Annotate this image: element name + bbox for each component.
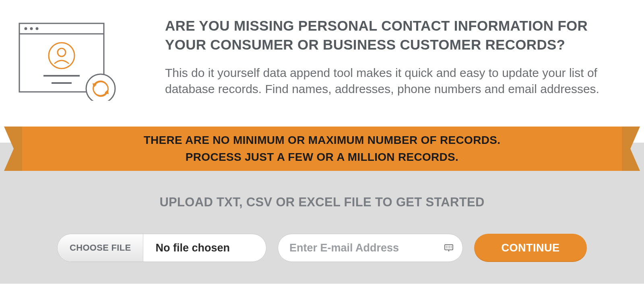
ribbon-banner: THERE ARE NO MINIMUM OR MAXIMUM NUMBER O… — [0, 127, 644, 171]
keyboard-icon — [444, 244, 453, 251]
ribbon-line-1: THERE ARE NO MINIMUM OR MAXIMUM NUMBER O… — [144, 132, 501, 149]
svg-point-3 — [30, 27, 33, 30]
upload-controls: CHOOSE FILE No file chosen CONTINUE — [16, 234, 628, 262]
svg-point-15 — [449, 246, 450, 247]
svg-point-17 — [446, 247, 447, 248]
email-input-wrap — [278, 234, 463, 262]
page-headline: ARE YOU MISSING PERSONAL CONTACT INFORMA… — [165, 16, 604, 54]
svg-rect-12 — [445, 245, 453, 250]
page-description: This do it yourself data append tool mak… — [165, 65, 604, 98]
ribbon-line-2: PROCESS JUST A FEW OR A MILLION RECORDS. — [186, 149, 458, 166]
svg-point-19 — [449, 247, 450, 248]
choose-file-button[interactable]: CHOOSE FILE — [58, 234, 143, 262]
svg-point-2 — [25, 27, 27, 30]
svg-point-16 — [451, 246, 452, 247]
svg-point-13 — [446, 246, 447, 247]
svg-point-5 — [49, 43, 74, 69]
continue-button[interactable]: CONTINUE — [474, 234, 587, 262]
upload-heading: UPLOAD TXT, CSV OR EXCEL FILE TO GET STA… — [16, 195, 628, 210]
intro-text: ARE YOU MISSING PERSONAL CONTACT INFORMA… — [165, 16, 628, 98]
email-input[interactable] — [278, 234, 463, 262]
svg-point-20 — [451, 247, 452, 248]
svg-point-4 — [36, 27, 39, 30]
file-chooser: CHOOSE FILE No file chosen — [57, 234, 266, 262]
intro-section: ARE YOU MISSING PERSONAL CONTACT INFORMA… — [0, 0, 644, 127]
data-append-illustration — [16, 20, 121, 102]
file-status-label: No file chosen — [143, 242, 266, 254]
svg-point-18 — [448, 247, 448, 248]
svg-point-14 — [448, 246, 448, 247]
upload-section: UPLOAD TXT, CSV OR EXCEL FILE TO GET STA… — [0, 171, 644, 284]
svg-point-6 — [58, 48, 66, 56]
ribbon-main: THERE ARE NO MINIMUM OR MAXIMUM NUMBER O… — [22, 127, 622, 171]
